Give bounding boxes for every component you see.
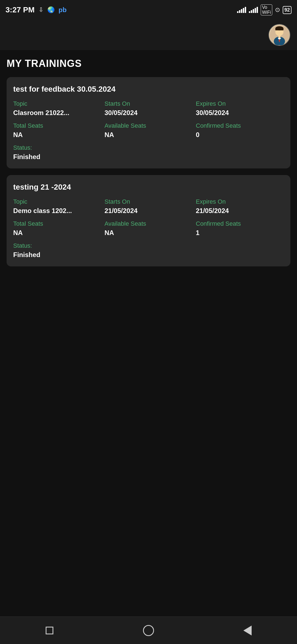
recent-apps-icon	[46, 627, 53, 634]
globe-icon: 🌏	[47, 6, 55, 13]
topic-label-2: Topic	[13, 198, 101, 205]
training-info-grid-2: Topic Demo class 1202... Starts On 21/05…	[13, 198, 284, 237]
battery-level: 92	[284, 7, 290, 13]
status-row-1: Status: Finished	[13, 144, 284, 161]
topic-value-1: Clasroom 21022...	[13, 109, 101, 117]
total-seats-value-1: NA	[13, 131, 101, 139]
battery-indicator: 92	[283, 6, 292, 14]
status-time: 3:27 PM	[6, 6, 35, 14]
starts-on-value-1: 30/05/2024	[105, 109, 193, 117]
home-icon	[143, 625, 154, 636]
starts-on-label-2: Starts On	[105, 198, 193, 205]
signal-bars-1	[237, 7, 246, 13]
signal-bar	[239, 10, 240, 13]
training-title-1: test for feedback 30.05.2024	[13, 85, 284, 94]
back-button[interactable]	[239, 622, 256, 639]
vowifi-icon: VoWiFi	[261, 4, 272, 15]
starts-on-label-1: Starts On	[105, 100, 193, 107]
topic-field-2: Topic Demo class 1202...	[13, 198, 101, 215]
page-content: MY TRAININGS test for feedback 30.05.202…	[0, 50, 297, 616]
navigation-bar	[0, 616, 297, 644]
home-button[interactable]	[140, 622, 157, 639]
expires-on-field-2: Expires On 21/05/2024	[196, 198, 284, 215]
status-bar: 3:27 PM ⇩ 🌏 pb VoWiFi ⊙ 92	[0, 0, 297, 20]
signal-bars-2	[249, 7, 258, 13]
status-row-2: Status: Finished	[13, 242, 284, 259]
status-bar-left: 3:27 PM ⇩ 🌏 pb	[6, 6, 67, 14]
signal-bar	[245, 7, 246, 13]
status-bar-right: VoWiFi ⊙ 92	[237, 4, 292, 15]
status-value-2: Finished	[13, 251, 284, 259]
status-label-1: Status:	[13, 144, 284, 151]
signal-bar	[253, 9, 254, 13]
starts-on-value-2: 21/05/2024	[105, 207, 193, 215]
available-seats-label-1: Available Seats	[105, 122, 193, 129]
confirmed-seats-value-2: 1	[196, 229, 284, 237]
signal-bar	[241, 9, 242, 13]
starts-on-field-1: Starts On 30/05/2024	[105, 100, 193, 117]
status-label-2: Status:	[13, 242, 284, 249]
signal-bar	[255, 8, 256, 13]
available-seats-label-2: Available Seats	[105, 220, 193, 227]
confirmed-seats-label-1: Confirmed Seats	[196, 122, 284, 129]
expires-on-value-1: 30/05/2024	[196, 109, 284, 117]
recent-apps-button[interactable]	[41, 622, 58, 639]
confirmed-seats-value-1: 0	[196, 131, 284, 139]
signal-bar	[243, 8, 244, 13]
signal-bar	[237, 11, 238, 13]
download-icon: ⇩	[38, 6, 43, 13]
expires-on-field-1: Expires On 30/05/2024	[196, 100, 284, 117]
topic-value-2: Demo class 1202...	[13, 207, 101, 215]
total-seats-label-1: Total Seats	[13, 122, 101, 129]
page-title: MY TRAININGS	[7, 58, 290, 69]
starts-on-field-2: Starts On 21/05/2024	[105, 198, 193, 215]
avatar-image	[269, 25, 290, 45]
wifi-icon: ⊙	[275, 6, 280, 13]
signal-bar	[257, 7, 258, 13]
total-seats-value-2: NA	[13, 229, 101, 237]
signal-bar	[251, 10, 252, 13]
pb-label: pb	[59, 6, 67, 14]
topic-label-1: Topic	[13, 100, 101, 107]
topic-field-1: Topic Clasroom 21022...	[13, 100, 101, 117]
training-info-grid-1: Topic Clasroom 21022... Starts On 30/05/…	[13, 100, 284, 139]
total-seats-field-2: Total Seats NA	[13, 220, 101, 237]
confirmed-seats-label-2: Confirmed Seats	[196, 220, 284, 227]
confirmed-seats-field-2: Confirmed Seats 1	[196, 220, 284, 237]
total-seats-field-1: Total Seats NA	[13, 122, 101, 139]
expires-on-label-2: Expires On	[196, 198, 284, 205]
available-seats-field-2: Available Seats NA	[105, 220, 193, 237]
svg-rect-6	[278, 36, 280, 38]
signal-bar	[249, 11, 250, 13]
available-seats-value-1: NA	[105, 131, 193, 139]
app-header	[0, 20, 297, 50]
svg-rect-3	[275, 28, 284, 30]
status-value-1: Finished	[13, 153, 284, 161]
expires-on-value-2: 21/05/2024	[196, 207, 284, 215]
expires-on-label-1: Expires On	[196, 100, 284, 107]
training-card-1[interactable]: test for feedback 30.05.2024 Topic Clasr…	[7, 77, 290, 168]
avatar[interactable]	[268, 24, 290, 46]
available-seats-field-1: Available Seats NA	[105, 122, 193, 139]
back-icon	[243, 626, 252, 635]
trainings-list: test for feedback 30.05.2024 Topic Clasr…	[7, 77, 290, 266]
training-card-2[interactable]: testing 21 -2024 Topic Demo class 1202..…	[7, 175, 290, 266]
total-seats-label-2: Total Seats	[13, 220, 101, 227]
confirmed-seats-field-1: Confirmed Seats 0	[196, 122, 284, 139]
training-title-2: testing 21 -2024	[13, 183, 284, 192]
available-seats-value-2: NA	[105, 229, 193, 237]
